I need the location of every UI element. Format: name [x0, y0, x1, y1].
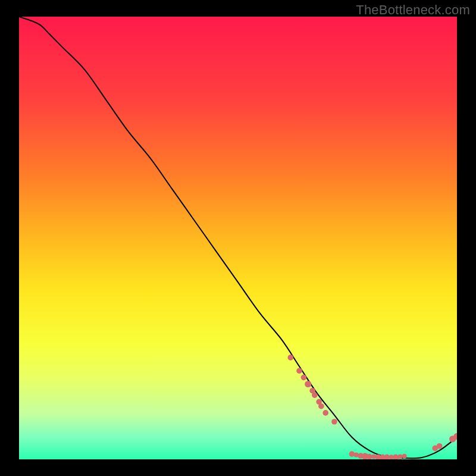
data-marker — [397, 455, 402, 459]
data-marker — [318, 403, 324, 409]
data-marker — [322, 410, 328, 416]
plot-area — [19, 17, 457, 459]
gradient-background — [19, 17, 457, 459]
data-marker — [296, 368, 302, 374]
data-marker — [437, 443, 443, 449]
data-marker — [312, 392, 318, 398]
data-marker — [349, 451, 355, 457]
data-marker — [301, 375, 307, 381]
data-marker — [288, 355, 294, 361]
data-marker — [402, 454, 407, 459]
chart-frame: TheBottleneck.com — [0, 0, 476, 476]
chart-svg — [19, 17, 457, 459]
data-marker — [331, 419, 337, 425]
data-marker — [367, 454, 372, 459]
watermark-label: TheBottleneck.com — [356, 2, 470, 18]
data-marker — [305, 381, 311, 387]
